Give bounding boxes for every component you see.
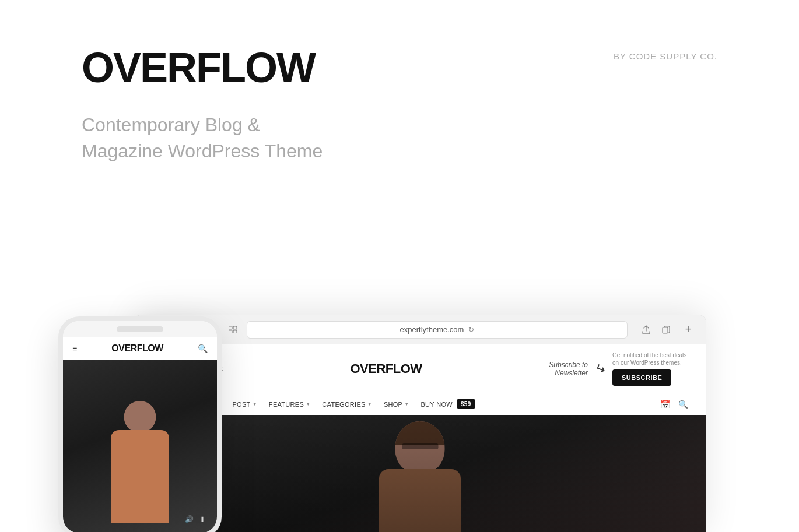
person-body <box>111 430 169 523</box>
chevron-down-icon: ▼ <box>306 401 310 407</box>
nav-item-features[interactable]: FEATURES ▼ <box>269 399 310 409</box>
top-section: OVERFLOW BY CODE SUPPLY CO. Contemporary… <box>0 0 799 199</box>
subscribe-tagline-line1: Subscribe to <box>549 361 588 369</box>
subscribe-tagline-line2: Newsletter <box>549 369 588 377</box>
subtitle-text: Contemporary Blog & Magazine WordPress T… <box>82 112 385 164</box>
phone-mockup: ≡ OVERFLOW 🔍 🔊 ⏸ <box>58 316 222 532</box>
subscribe-arrow-icon: ↵ <box>593 360 608 378</box>
chevron-down-icon: ▼ <box>404 401 409 407</box>
svg-rect-1 <box>233 326 237 329</box>
reload-icon[interactable]: ↻ <box>468 326 474 334</box>
phone-header: ≡ OVERFLOW 🔍 <box>63 337 217 360</box>
chevron-down-icon: ▼ <box>367 401 372 407</box>
phone-search-icon[interactable]: 🔍 <box>198 344 208 353</box>
pause-icon[interactable]: ⏸ <box>198 515 205 523</box>
subscribe-button[interactable]: SUBSCRIBE <box>612 369 671 386</box>
svg-rect-3 <box>233 330 237 333</box>
chevron-down-icon: ▼ <box>253 401 257 407</box>
nav-item-categories[interactable]: CATEGORIES ▼ <box>322 399 372 409</box>
volume-icon[interactable]: 🔊 <box>185 515 194 523</box>
subscribe-notify-text: Get notified of the best deals on our Wo… <box>612 351 688 367</box>
person-head <box>124 401 156 433</box>
phone-brand-label: OVERFLOW <box>111 343 163 354</box>
subscribe-area: Subscribe to Newsletter ↵ Get notified o… <box>549 351 688 386</box>
phone-notch <box>63 321 217 337</box>
website-logo[interactable]: OVERFLOW <box>350 361 422 376</box>
calendar-icon[interactable]: 📅 <box>660 400 670 409</box>
nav-icon-group: 📅 🔍 <box>660 400 688 409</box>
nav-item-shop[interactable]: SHOP ▼ <box>384 399 409 409</box>
svg-rect-2 <box>229 330 232 333</box>
nav-item-post[interactable]: POST ▼ <box>232 399 257 409</box>
svg-rect-0 <box>229 326 232 329</box>
phone-video-controls[interactable]: 🔊 ⏸ <box>185 515 205 523</box>
preview-area: ≡ OVERFLOW 🔍 🔊 ⏸ ‹ <box>134 315 799 532</box>
phone-menu-icon[interactable]: ≡ <box>72 344 77 353</box>
browser-address-bar[interactable]: expertlytheme.com ↻ <box>247 321 628 339</box>
share-icon[interactable] <box>638 322 654 338</box>
by-code-label: BY CODE SUPPLY CO. <box>614 51 717 61</box>
phone-person-figure <box>93 395 187 532</box>
phone-hero-image: 🔊 ⏸ <box>63 360 217 532</box>
phone-notch-bar <box>117 326 163 332</box>
browser-new-tab-button[interactable]: + <box>680 322 696 338</box>
browser-action-buttons <box>638 322 674 338</box>
browser-layout-button[interactable] <box>225 322 241 338</box>
duplicate-icon[interactable] <box>658 322 674 338</box>
nav-item-buy-now[interactable]: BUY NOW $59 <box>420 399 475 409</box>
svg-rect-4 <box>663 327 668 333</box>
search-nav-icon[interactable]: 🔍 <box>678 400 688 409</box>
